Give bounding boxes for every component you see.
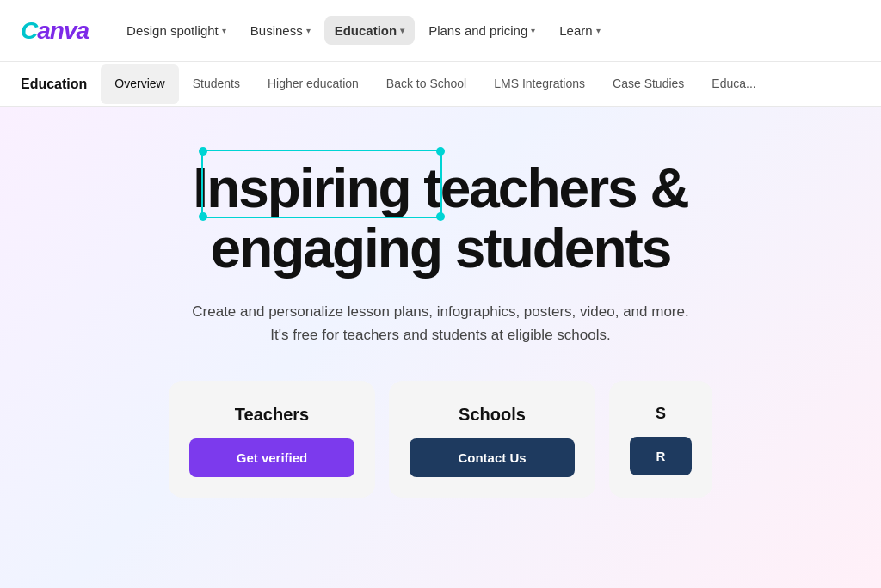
logo[interactable]: Canva — [21, 17, 89, 45]
hero-title-line1: Inspiring teachers & — [193, 158, 687, 218]
sub-nav-item-lms-integrations[interactable]: LMS Integrations — [480, 64, 599, 104]
sub-nav-item-case-studies[interactable]: Case Studies — [599, 64, 698, 104]
handle-top-left — [199, 147, 207, 156]
sub-nav-item-back-to-school[interactable]: Back to School — [373, 64, 480, 104]
nav-items: Design spotlight ▾ Business ▾ Education … — [116, 16, 860, 45]
sub-navigation: Education Overview Students Higher educa… — [0, 62, 881, 107]
hero-subtitle: Create and personalize lesson plans, inf… — [182, 300, 699, 346]
card-schools: Schools Contact Us — [389, 381, 595, 498]
sub-nav-item-educa[interactable]: Educa... — [698, 64, 769, 104]
hero-title-wrapper: Inspiring teachers & engaging students — [193, 158, 687, 279]
nav-item-education[interactable]: Education ▾ — [324, 16, 416, 45]
contact-us-button[interactable]: Contact Us — [410, 438, 575, 477]
sub-nav-item-students[interactable]: Students — [179, 64, 254, 104]
logo-text: Canva — [21, 17, 89, 44]
sub-nav-title: Education — [21, 77, 87, 92]
sub-nav-item-higher-education[interactable]: Higher education — [254, 64, 373, 104]
hero-title-line2: engaging students — [193, 218, 687, 279]
chevron-down-icon: ▾ — [222, 26, 226, 35]
nav-item-learn[interactable]: Learn ▾ — [549, 16, 610, 45]
sub-nav-item-overview[interactable]: Overview — [101, 64, 178, 104]
chevron-down-icon: ▾ — [596, 26, 601, 35]
card-partial-title: S — [656, 405, 666, 423]
card-teachers-title: Teachers — [235, 405, 309, 425]
chevron-down-icon: ▾ — [531, 26, 535, 35]
card-schools-title: Schools — [459, 405, 526, 425]
chevron-down-icon: ▾ — [306, 26, 311, 35]
chevron-down-icon: ▾ — [400, 26, 404, 35]
get-verified-button[interactable]: Get verified — [189, 438, 354, 477]
nav-item-design-spotlight[interactable]: Design spotlight ▾ — [116, 16, 237, 45]
hero-title: Inspiring teachers & engaging students — [193, 158, 687, 279]
card-partial: S R — [609, 381, 712, 498]
sub-nav-items: Overview Students Higher education Back … — [101, 64, 769, 104]
cards-row: Teachers Get verified Schools Contact Us… — [169, 381, 712, 498]
card-teachers: Teachers Get verified — [169, 381, 375, 498]
nav-item-plans-pricing[interactable]: Plans and pricing ▾ — [418, 16, 545, 45]
nav-item-business[interactable]: Business ▾ — [240, 16, 321, 45]
top-navigation: Canva Design spotlight ▾ Business ▾ Educ… — [0, 0, 881, 62]
hero-section: Inspiring teachers & engaging students C… — [0, 107, 881, 588]
card-partial-button[interactable]: R — [630, 437, 692, 475]
handle-top-right — [436, 147, 445, 156]
